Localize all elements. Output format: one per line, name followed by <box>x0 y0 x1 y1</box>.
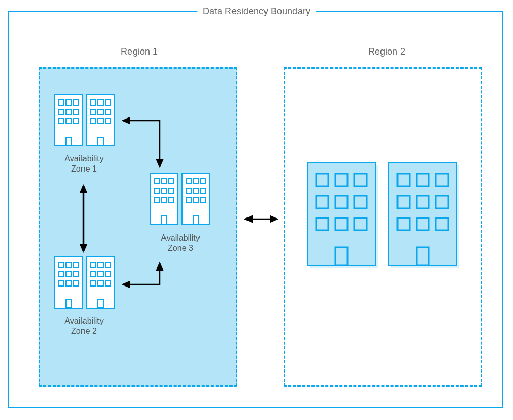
arrow-az1-az3-icon <box>123 121 160 167</box>
arrow-az2-az3-icon <box>123 263 160 284</box>
arrows-overlay-icon <box>0 0 513 420</box>
diagram-stage: Data Residency Boundary Region 1 Region … <box>0 0 513 420</box>
